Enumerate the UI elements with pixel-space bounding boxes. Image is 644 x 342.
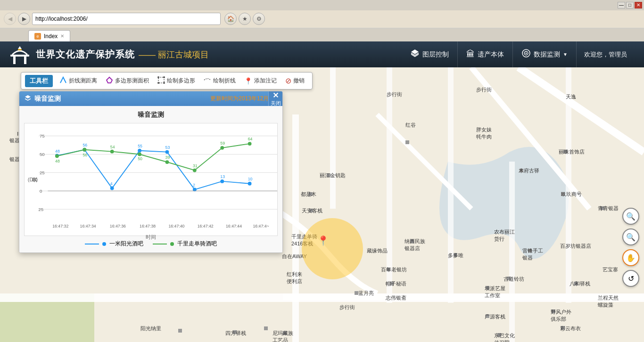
svg-text:10: 10	[248, 177, 253, 181]
hand-tool-btn[interactable]: ✋	[622, 249, 639, 266]
noise-panel-close-btn[interactable]: ✕ 关闭	[268, 91, 282, 106]
app-header: 世界文化遗产保护系统 —— 丽江古城项目 图层控制 🏛 遗产本体	[0, 41, 644, 67]
svg-text:16:47:32: 16:47:32	[52, 224, 68, 228]
svg-rect-47	[264, 326, 268, 330]
noise-panel-title-text: 噪音监测	[34, 95, 61, 103]
add-annotation-btn[interactable]: 📍 添加注记	[240, 75, 281, 87]
chart-title: 噪音监测	[24, 111, 278, 119]
map-label-guangyuan: 广源客栈	[485, 313, 505, 320]
svg-text:16:47:42: 16:47:42	[198, 224, 214, 228]
nav-monitor-label: 数据监测	[534, 50, 560, 59]
map-label-zhi: 志伟银斋	[386, 294, 406, 301]
svg-text:16:47:38: 16:47:38	[140, 224, 156, 228]
cancel-btn[interactable]: ⊘ 撤销	[281, 74, 308, 87]
svg-text:2: 2	[193, 183, 195, 187]
svg-rect-41	[178, 329, 182, 333]
svg-point-49	[163, 76, 165, 78]
svg-text:16:47:44: 16:47:44	[226, 224, 242, 228]
draw-polyline-label: 绘制折线	[213, 77, 236, 85]
svg-text:59: 59	[220, 141, 225, 146]
highlight-circle	[302, 218, 363, 279]
browser-tab[interactable]: e Index ✕	[28, 30, 70, 41]
svg-rect-4	[18, 49, 22, 50]
home-btn[interactable]: 🏠	[224, 13, 237, 25]
map-label-bainian: 百年老银坊	[381, 266, 407, 273]
map-label-bahe: 八和驿栈	[570, 280, 590, 287]
map-label-mufu: 木府古驿	[519, 167, 539, 174]
map-label-jiu: 玖玖商号	[561, 191, 582, 198]
svg-point-91	[193, 169, 197, 172]
svg-rect-14	[330, 67, 336, 209]
svg-text:16:47:40: 16:47:40	[168, 224, 184, 228]
draw-polyline-icon	[204, 76, 211, 85]
draw-polygon-btn[interactable]: 绘制多边形	[154, 74, 199, 87]
svg-text:50: 50	[138, 156, 142, 161]
map-label-lanyue: 蓝月亮	[358, 290, 374, 297]
tab-close-btn[interactable]: ✕	[60, 33, 64, 39]
header-subtitle: —— 丽江古城项目	[139, 49, 209, 60]
draw-polyline-btn[interactable]: 绘制折线	[200, 74, 239, 87]
map-label-bxj-bottom: 步行街	[339, 304, 355, 311]
map-label-tianan: 天安客栈	[302, 207, 322, 214]
zoom-out-icon: 🔍	[626, 233, 636, 242]
svg-point-76	[220, 179, 224, 183]
map-label-baisui: 百岁坊银器店	[560, 243, 591, 250]
noise-panel-body: 噪音监测 分贝(Db) 75 50 2	[19, 106, 282, 252]
svg-rect-18	[566, 67, 571, 303]
address-bar[interactable]: http://localhost:2006/	[32, 13, 221, 25]
nav-heritage[interactable]: 🏛 遗产本体	[458, 41, 513, 67]
map-label-lizhu: 丽珠首饰店	[559, 148, 585, 155]
nav-layers[interactable]: 图层控制	[402, 41, 458, 67]
svg-point-48	[157, 76, 159, 78]
svg-point-51	[157, 82, 159, 84]
settings-btn[interactable]: ⚙	[253, 13, 265, 25]
svg-point-88	[110, 150, 114, 154]
map-label-buXingJie1: 步行街	[387, 91, 402, 98]
svg-point-86	[55, 154, 59, 158]
browser-chrome: — □ ✕ ◀ ▶ http://localhost:2006/ 🏠 ★ ⚙	[0, 0, 644, 28]
zoom-out-btn[interactable]: 🔍	[622, 228, 639, 245]
app-logo-icon	[9, 44, 30, 65]
map-label-yefeng: 野风户外俱乐部	[551, 309, 571, 323]
map-label-mao: 帽子秘语	[386, 280, 406, 287]
chart-legend: 一米阳光酒吧 千里走单骑酒吧	[24, 240, 278, 248]
chart-svg: 75 50 25 0 -25 16:47:32 16:47:34 16:47:3…	[39, 123, 277, 236]
map-label-hongGu: 红谷	[405, 122, 416, 129]
header-title: 世界文化遗产保护系统	[36, 48, 135, 61]
add-annotation-label: 添加注记	[254, 77, 277, 85]
minimize-btn[interactable]: —	[618, 2, 625, 8]
map-label-nima: 尼玛藏族工艺品	[272, 330, 293, 342]
svg-point-50	[163, 82, 165, 84]
back-btn[interactable]: ◀	[4, 13, 16, 25]
polyline-measure-btn[interactable]: 折线测距离	[56, 74, 101, 87]
nav-monitor[interactable]: 数据监测 ▼	[513, 41, 577, 67]
svg-text:75: 75	[40, 133, 45, 138]
svg-text:16:47:36: 16:47:36	[110, 224, 126, 228]
close-btn[interactable]: ✕	[635, 2, 642, 8]
svg-rect-3	[24, 57, 26, 64]
zoom-in-btn[interactable]: 🔍	[622, 208, 639, 225]
legend-item-1: 一米阳光酒吧	[85, 240, 143, 248]
maximize-btn[interactable]: □	[626, 2, 634, 8]
svg-point-77	[248, 182, 252, 186]
map-label-caiyun: 彩云布衣	[560, 325, 581, 332]
draw-polygon-label: 绘制多边形	[167, 77, 195, 85]
svg-text:55: 55	[138, 144, 142, 148]
noise-layers-icon	[24, 94, 32, 103]
add-annotation-icon: 📍	[244, 77, 252, 85]
svg-text:13: 13	[220, 174, 225, 179]
map-label-tianYi: 天逸	[566, 93, 576, 100]
polygon-area-icon	[106, 76, 113, 85]
draw-polygon-icon	[157, 76, 165, 85]
refresh-map-btn[interactable]: ↺	[622, 270, 639, 287]
map-label-dongba: 东巴文化传习院	[494, 332, 515, 342]
map-label-yibao: 艺宝寨	[603, 266, 618, 273]
browser-toolbar: ◀ ▶ http://localhost:2006/ 🏠 ★ ⚙	[0, 10, 644, 28]
forward-btn[interactable]: ▶	[18, 13, 30, 25]
map-label-yanggm: 阳光纳里	[140, 325, 161, 332]
map-controls: 🔍 🔍 ✋ ↺	[622, 208, 639, 287]
header-logo-section: 世界文化遗产保护系统 —— 丽江古城项目	[0, 44, 245, 65]
polygon-area-btn[interactable]: 多边形测面积	[102, 74, 153, 87]
star-btn[interactable]: ★	[239, 13, 251, 25]
svg-point-73	[138, 149, 141, 153]
